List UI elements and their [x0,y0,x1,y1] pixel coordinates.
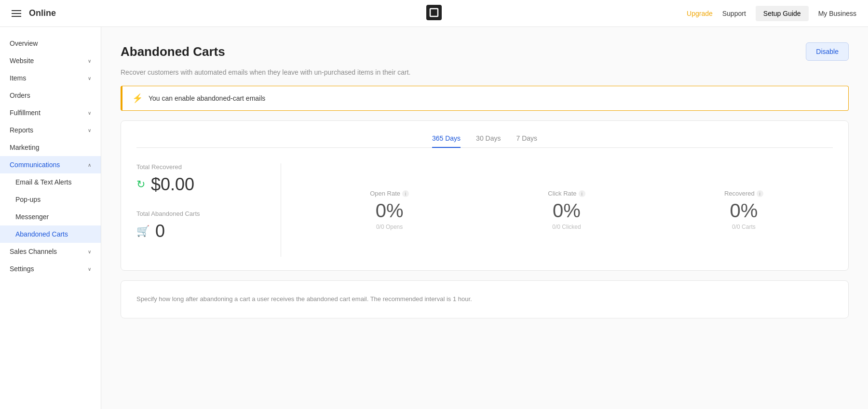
total-carts-value: 0 [155,221,165,241]
metric-item-0: Open Rate i0%0/0 Opens [370,190,409,230]
chevron-icon: ∨ [88,249,91,254]
refresh-icon: ↻ [136,178,145,191]
sidebar-label-messenger: Messenger [15,213,49,221]
sidebar-item-orders[interactable]: Orders [0,87,101,104]
metric-sub-1: 0/0 Clicked [548,224,585,230]
sidebar-item-website[interactable]: Website∨ [0,52,101,69]
sidebar-item-marketing[interactable]: Marketing [0,139,101,156]
sidebar-item-sales-channels[interactable]: Sales Channels∨ [0,243,101,260]
stats-card: 365 Days30 Days7 Days Total Recovered ↻ … [121,120,849,271]
chevron-icon: ∨ [88,128,91,133]
chevron-icon: ∨ [88,58,91,64]
metric-item-2: Recovered i0%0/0 Carts [724,190,763,230]
total-recovered-value-row: ↻ $0.00 [136,174,261,195]
setup-guide-button[interactable]: Setup Guide [756,6,809,21]
metric-sub-0: 0/0 Opens [370,224,409,230]
svg-rect-0 [426,5,442,20]
chevron-icon: ∨ [88,76,91,81]
sidebar-item-messenger[interactable]: Messenger [0,208,101,225]
total-carts-label: Total Abandoned Carts [136,210,261,217]
sidebar-label-items: Items [10,74,26,82]
time-tab-1[interactable]: 30 Days [476,134,501,148]
sidebar: OverviewWebsite∨Items∨OrdersFulfillment∨… [0,27,101,409]
time-tab-2[interactable]: 7 Days [516,134,537,148]
alert-text: You can enable abandoned-cart emails [149,94,265,102]
sidebar-label-settings: Settings [10,265,34,273]
chevron-icon: ∨ [88,266,91,272]
sidebar-item-overview[interactable]: Overview [0,35,101,52]
stats-grid: Total Recovered ↻ $0.00 Total Abandoned … [136,163,833,257]
logo [426,5,442,22]
sidebar-item-items[interactable]: Items∨ [0,69,101,87]
sidebar-label-fulfillment: Fulfillment [10,109,41,117]
sidebar-label-marketing: Marketing [10,144,39,151]
total-carts-value-row: 🛒 0 [136,221,261,241]
total-carts-stat: Total Abandoned Carts 🛒 0 [136,210,261,241]
sidebar-item-settings[interactable]: Settings∨ [0,260,101,277]
alert-banner: ⚡ You can enable abandoned-cart emails [121,86,849,111]
sidebar-item-popups[interactable]: Pop-ups [0,191,101,208]
sidebar-label-communications: Communications [10,161,60,169]
brand-name: Online [29,8,56,18]
info-icon: i [757,190,763,197]
total-recovered-value: $0.00 [151,174,194,195]
page-subtitle: Recover customers with automated emails … [121,68,849,76]
sidebar-label-reports: Reports [10,126,33,134]
metric-value-2: 0% [724,200,763,222]
nav-right: Upgrade Support Setup Guide My Business [687,6,856,21]
bottom-card-text: Specify how long after abandoning a cart… [136,294,833,304]
time-tabs: 365 Days30 Days7 Days [136,134,833,148]
metric-sub-2: 0/0 Carts [724,224,763,230]
stats-right: Open Rate i0%0/0 OpensClick Rate i0%0/0 … [281,163,833,257]
sidebar-label-sales-channels: Sales Channels [10,248,57,255]
lightning-icon: ⚡ [132,93,143,104]
info-icon: i [579,190,585,197]
sidebar-label-email-text: Email & Text Alerts [15,178,71,186]
nav-left: Online [12,8,56,18]
top-nav: Online Upgrade Support Setup Guide My Bu… [0,0,868,27]
page-title: Abandoned Carts [121,44,225,59]
sidebar-label-popups: Pop-ups [15,196,41,203]
sidebar-label-overview: Overview [10,40,38,47]
app-body: OverviewWebsite∨Items∨OrdersFulfillment∨… [0,27,868,409]
hamburger-icon[interactable] [12,10,21,17]
sidebar-item-fulfillment[interactable]: Fulfillment∨ [0,104,101,121]
sidebar-item-reports[interactable]: Reports∨ [0,121,101,139]
sidebar-label-abandoned-carts: Abandoned Carts [15,230,68,238]
info-icon: i [402,190,409,197]
disable-button[interactable]: Disable [806,42,849,61]
sidebar-item-email-text[interactable]: Email & Text Alerts [0,173,101,191]
sidebar-item-communications[interactable]: Communications∧ [0,156,101,173]
metric-value-1: 0% [548,200,585,222]
my-business-link[interactable]: My Business [818,10,856,17]
bottom-card: Specify how long after abandoning a cart… [121,280,849,318]
sidebar-label-website: Website [10,57,34,65]
total-recovered-stat: Total Recovered ↻ $0.00 [136,163,261,195]
chevron-icon: ∧ [88,162,91,168]
time-tab-0[interactable]: 365 Days [432,134,461,148]
metric-value-0: 0% [370,200,409,222]
metric-item-1: Click Rate i0%0/0 Clicked [548,190,585,230]
metric-label-0: Open Rate i [370,190,409,197]
stats-left: Total Recovered ↻ $0.00 Total Abandoned … [136,163,281,257]
chevron-icon: ∨ [88,110,91,116]
total-recovered-label: Total Recovered [136,163,261,171]
upgrade-link[interactable]: Upgrade [687,10,713,17]
main-content: Abandoned Carts Disable Recover customer… [101,27,868,409]
cart-icon: 🛒 [136,225,149,237]
sidebar-label-orders: Orders [10,92,30,99]
sidebar-item-abandoned-carts[interactable]: Abandoned Carts [0,225,101,243]
support-link[interactable]: Support [722,10,746,17]
page-header: Abandoned Carts Disable [121,42,849,61]
metric-label-2: Recovered i [724,190,763,197]
metric-label-1: Click Rate i [548,190,585,197]
